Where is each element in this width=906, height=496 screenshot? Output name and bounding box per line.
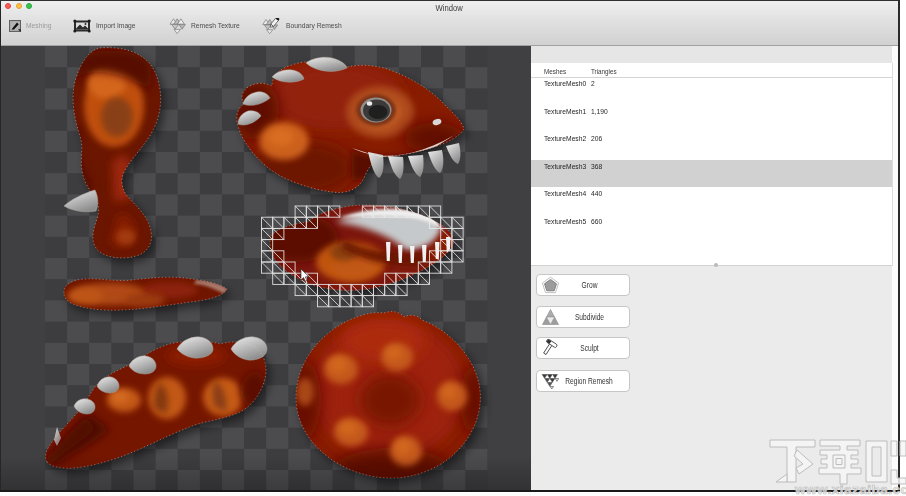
svg-text:www.xiazaiba.com: www.xiazaiba.com [794,482,906,496]
